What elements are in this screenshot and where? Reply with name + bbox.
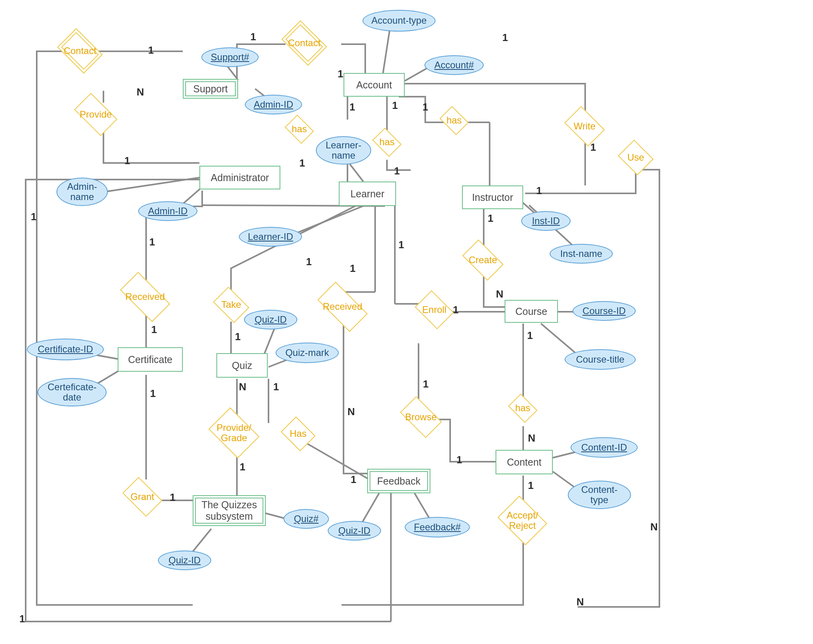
relation-provide-grade: Provide/ Grade [213, 417, 255, 448]
attr-account-no: Account# [424, 55, 484, 75]
card-c5: 1 [338, 68, 343, 80]
attr-admin-id-support: Admin-ID [245, 95, 302, 114]
relation-write: Write [568, 114, 601, 138]
relation-contact-acct-label: Contact [286, 38, 322, 48]
relation-has-quiz-fb: Has [284, 423, 312, 445]
card-c26: N [239, 381, 246, 393]
card-bottom-1: 1 [19, 613, 25, 625]
card-c7: 1 [392, 99, 398, 112]
entity-administrator: Administrator [199, 166, 280, 189]
relation-has-acct-instructor-label: has [445, 115, 464, 125]
relation-write-label: Write [572, 121, 597, 131]
relation-received-fb-label: Received [321, 301, 364, 312]
card-right-n: N [650, 521, 658, 533]
card-c2: 1 [250, 31, 256, 43]
card-c31: 1 [240, 461, 245, 473]
entity-support: Support [183, 79, 238, 99]
attr-certificate-date: Certeficate- date [38, 378, 107, 406]
relation-has-course-content-label: has [514, 403, 532, 413]
relation-received-cert: Received [122, 284, 168, 310]
card-c23: 1 [235, 331, 240, 343]
card-c18: 1 [350, 262, 355, 275]
relation-has-acct-learner: has [287, 120, 311, 138]
relation-has-course-content: has [511, 399, 535, 417]
entity-quizzes-subsystem-label: The Quizzes subsystem [197, 499, 262, 522]
entity-feedback-label: Feedback [377, 476, 421, 487]
relation-browse: Browse [403, 406, 439, 429]
relation-provide-grade-label: Provide/ Grade [215, 423, 253, 444]
card-c3: 1 [502, 32, 508, 44]
card-c8: 1 [422, 101, 428, 113]
entity-account-label: Account [356, 79, 392, 91]
card-c29: 1 [423, 378, 428, 390]
card-c27: 1 [273, 381, 279, 393]
card-c11: 1 [299, 157, 305, 169]
entity-quizzes-subsystem: The Quizzes subsystem [193, 495, 266, 526]
attr-quiz-mark: Quiz-mark [276, 343, 339, 363]
entity-learner: Learner [339, 182, 396, 206]
card-c21: N [496, 288, 503, 300]
entity-certificate: Certificate [118, 347, 183, 372]
card-bottom-n1: N [576, 596, 584, 608]
card-c35: 1 [170, 491, 175, 504]
card-c19: 1 [398, 239, 404, 251]
entity-content-label: Content [507, 457, 542, 468]
relation-provide: Provide [77, 103, 115, 126]
relation-grant: Grant [126, 485, 159, 508]
card-c22: 1 [151, 324, 157, 336]
er-diagram: { "entities":{ "support":"Support","acco… [0, 0, 813, 644]
attr-quiz-id-fb: Quiz-ID [328, 521, 381, 541]
card-c14: 1 [31, 211, 36, 223]
entity-administrator-label: Administrator [211, 172, 269, 183]
relation-take: Take [216, 294, 246, 316]
relation-has-acct-learner-label: has [290, 124, 309, 134]
entity-feedback: Feedback [367, 469, 430, 493]
attr-learner-id: Learner-ID [239, 227, 302, 247]
card-c34: 1 [528, 479, 533, 492]
card-c1: 1 [148, 44, 154, 56]
card-c33: 1 [456, 454, 462, 466]
relation-accept-reject-label: Accept/ Reject [505, 510, 540, 531]
card-c32: 1 [351, 474, 356, 486]
card-c10: 1 [124, 155, 130, 167]
attr-inst-name: Inst-name [550, 244, 613, 264]
attr-course-id: Course-ID [573, 301, 636, 321]
card-c13: 1 [536, 185, 542, 197]
relation-contact-acct: Contact [285, 30, 323, 56]
relation-enroll: Enroll [419, 298, 450, 322]
relation-has-acct-instructor: has [442, 112, 466, 129]
card-c16: 1 [488, 212, 493, 225]
attr-account-type: Account-type [362, 10, 436, 32]
card-c15: 1 [149, 236, 155, 248]
card-c12: 1 [394, 165, 400, 177]
relation-has-quiz-fb-label: Has [288, 429, 308, 439]
attr-support-no: Support# [201, 47, 259, 67]
entity-instructor-label: Instructor [472, 192, 513, 203]
attr-learner-name: Learner- name [316, 136, 371, 165]
entity-instructor: Instructor [462, 185, 523, 209]
relation-create-label: Create [467, 255, 499, 265]
relation-use: Use [622, 146, 650, 169]
attr-admin-name: Admin- name [56, 178, 108, 206]
card-c20: 1 [453, 304, 458, 316]
entity-content: Content [496, 450, 553, 474]
card-c30: N [528, 432, 535, 444]
entity-certificate-label: Certificate [128, 354, 173, 365]
edges-layer [0, 0, 813, 644]
attr-content-type: Content- type [568, 481, 631, 509]
relation-accept-reject: Accept/ Reject [503, 505, 542, 536]
relation-contact-admin: Contact [61, 37, 99, 64]
relation-received-fb: Received [320, 294, 365, 320]
attr-course-title: Course-title [565, 349, 636, 370]
relation-grant-label: Grant [129, 492, 156, 502]
card-c4: N [137, 86, 144, 98]
attr-feedback-no: Feedback# [405, 517, 470, 537]
relation-enroll-label: Enroll [421, 305, 448, 315]
relation-create: Create [465, 249, 501, 271]
attr-certificate-id: Certificate-ID [27, 339, 104, 360]
card-c17: 1 [306, 256, 312, 268]
card-c24: 1 [527, 329, 533, 342]
relation-has-middle: has [375, 133, 399, 151]
entity-support-label: Support [193, 83, 228, 95]
relation-provide-label: Provide [78, 109, 113, 120]
